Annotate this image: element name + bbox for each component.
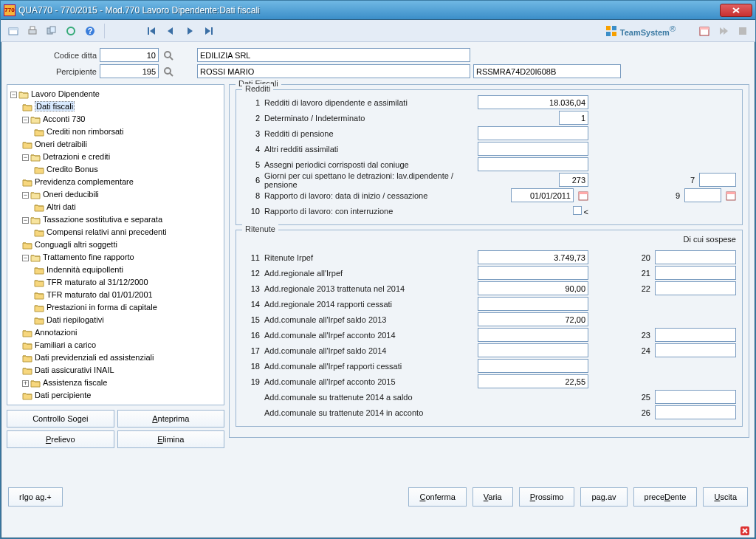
tree-root[interactable]: Lavoro Dipendente [31,89,100,98]
field-input[interactable] [478,343,588,357]
anteprima-button[interactable]: Anteprima [117,410,225,428]
side-field-input[interactable] [655,266,736,280]
svg-rect-19 [606,32,611,36]
calendar-small-icon[interactable] [726,190,736,201]
nav-last-icon[interactable] [201,23,217,39]
field-input[interactable] [478,297,588,311]
tree-item[interactable]: Assistenza fiscale [43,378,107,387]
percipiente-input[interactable] [100,64,159,78]
ritenute-group: Ritenute 11Ritenute Irpef12Add.regionale… [236,230,743,427]
tree-item[interactable]: Oneri detraibili [35,140,87,148]
tree-item-dati-fiscali[interactable]: Dati fiscali [35,101,75,111]
redditi-legend: Redditi [242,84,273,93]
tree-item[interactable]: Credito Bonus [47,165,98,174]
field-input[interactable] [511,188,574,202]
calendar-small-icon[interactable] [578,190,588,201]
tree-item[interactable]: Dati riepilogativi [47,315,104,324]
lookup-ditta-icon[interactable] [162,49,175,62]
tree-item[interactable]: Dati previdenziali ed assistenziali [35,353,154,362]
open-icon[interactable] [5,23,21,39]
tree-item[interactable]: Familiari a carico [35,340,96,349]
side-field-input[interactable] [655,328,736,342]
field-input[interactable] [478,312,588,326]
side-field-input[interactable] [655,405,736,419]
svg-line-27 [170,57,173,60]
rigo-ag-button[interactable]: rIgo ag.+ [8,487,63,507]
tree-item[interactable]: TFR maturato al 31/12/2000 [47,278,148,286]
svg-point-28 [165,68,171,74]
svg-rect-20 [612,32,616,36]
field-input[interactable] [478,250,588,264]
lookup-percipiente-icon[interactable] [162,65,175,78]
nav-next-icon[interactable] [182,23,198,39]
svg-rect-22 [700,27,709,30]
tree-item[interactable]: Crediti non rimborsati [47,127,124,136]
prelievo-button[interactable]: Prelievo [7,430,114,448]
stop-icon[interactable] [735,23,751,39]
tree-item[interactable]: Trattamento fine rapporto [43,253,134,261]
field-input[interactable] [478,328,588,342]
field-input[interactable] [478,142,588,156]
tree-item[interactable]: Compensi relativi anni precedenti [47,227,167,236]
title-bar: 770 QUA770 - 770/2015 - Mod.770 Lavoro D… [1,1,755,20]
tree-item[interactable]: Conguagli altri soggetti [35,240,117,249]
svg-marker-13 [168,27,173,35]
tree-item[interactable]: TFR maturato dal 01/01/2001 [47,290,153,299]
copy-icon[interactable] [44,23,60,39]
field-input[interactable] [478,126,588,140]
uscita-button[interactable]: Uscita [703,487,748,507]
tree-item[interactable]: Dati percipiente [35,391,91,399]
svg-line-29 [170,73,173,76]
side-field-input[interactable] [655,343,736,357]
prossimo-button[interactable]: Prossimo [519,487,575,507]
calendar-icon[interactable] [696,23,712,39]
side-field-input[interactable] [684,188,721,202]
side-field-input[interactable] [655,250,736,264]
svg-marker-14 [188,27,193,35]
close-button[interactable] [720,4,752,17]
brand-logo: TeamSystem® [605,24,676,37]
nav-prev-icon[interactable] [162,23,179,39]
svg-point-8 [67,27,75,35]
precedente-button[interactable]: preceDente [633,487,698,507]
tree-item[interactable]: Oneri deducibili [43,190,99,199]
svg-rect-5 [30,27,35,30]
field-input[interactable] [559,111,588,125]
side-field-input[interactable] [655,390,736,404]
field-input[interactable] [559,173,588,187]
tree-item[interactable]: Tassazione sostitutiva e separata [43,215,162,224]
print-icon[interactable] [24,23,41,39]
field-input[interactable] [478,157,588,171]
field-input[interactable] [478,359,588,373]
tree-item[interactable]: Altri dati [47,202,76,211]
field-input[interactable] [478,281,588,295]
varia-button[interactable]: Varia [472,487,513,507]
tree-item[interactable]: Prestazioni in forma di capitale [47,303,157,312]
pagav-button[interactable]: pag.av [580,487,627,507]
tree-item[interactable]: Dati assicurativi INAIL [35,365,114,374]
field-input[interactable] [478,374,588,388]
tree-item[interactable]: Previdenza complementare [35,177,134,186]
percipiente-name-display [197,64,470,78]
codice-ditta-label: Codice ditta [8,51,97,60]
conferma-button[interactable]: Conferma [408,487,466,507]
field-input[interactable] [478,95,588,109]
elimina-button[interactable]: Elimina [117,430,225,448]
controllo-sogei-button[interactable]: Controllo Sogei [7,410,114,428]
nav-first-icon[interactable] [143,23,159,39]
percipiente-cf-display [473,64,621,78]
refresh-icon[interactable] [63,23,79,39]
side-field-input[interactable] [699,173,736,187]
field-input[interactable] [478,266,588,280]
codice-ditta-input[interactable] [100,48,159,62]
navigation-tree[interactable]: −Lavoro Dipendente Dati fiscali −Acconti… [7,84,224,405]
help-icon[interactable]: ? [82,23,98,39]
toolbar: ? TeamSystem® [1,20,755,42]
side-field-input[interactable] [655,281,736,295]
checkbox-input[interactable] [573,206,582,215]
forward-icon[interactable] [715,23,732,39]
tree-item[interactable]: Acconti 730 [43,114,85,123]
tree-item[interactable]: Detrazioni e crediti [43,152,110,161]
tree-item[interactable]: Annotazioni [35,328,78,337]
tree-item[interactable]: Indennità equipollenti [47,265,123,274]
